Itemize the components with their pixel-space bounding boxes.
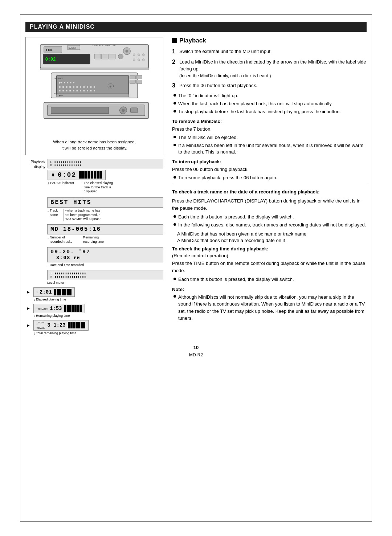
svg-point-38 (122, 109, 125, 112)
total-label: Total remaining playing time (36, 331, 77, 335)
display-date: 09.20. '97 8:08 PM ↓ Date and time recor… (25, 247, 163, 267)
svg-rect-32 (57, 93, 129, 97)
svg-rect-20 (40, 68, 148, 70)
check-time-title: To check the playing time during playbac… (172, 246, 367, 251)
check-time-bullet-1: Each time this button is pressed, the di… (173, 276, 367, 283)
model-text: MD-R2 (189, 352, 203, 357)
bullet-dot (173, 144, 176, 146)
page-number: 10 (25, 345, 367, 350)
svg-text:▶■ ■ ■  ■ ■: ▶■ ■ ■ ■ ■ (59, 81, 75, 84)
bullet-text: If a MiniDisc has been left in the unit … (178, 142, 367, 155)
bullet-text: The ‘0 ’ indicator will light up. (178, 93, 238, 99)
svg-point-18 (138, 59, 140, 61)
svg-text:■  ▶▶: ■ ▶▶ (46, 48, 53, 52)
svg-rect-11 (102, 54, 108, 59)
date-annot-text: Date and time recorded (50, 263, 84, 267)
track-name-annots: ↓ Trackname ⌐when a track name hasnot be… (47, 209, 163, 221)
svg-text:▶ ■: ▶ ■ (59, 94, 63, 97)
section-divider (172, 185, 367, 185)
playback-title: Playback (172, 37, 367, 44)
svg-rect-30 (136, 80, 142, 83)
interrupt-bullet-1: To resume playback, press the 06 button … (173, 175, 367, 181)
svg-rect-36 (51, 107, 109, 114)
elapsed-label: Elapsed playing time (36, 298, 66, 301)
subsection-interrupt-bullets: To resume playback, press the 06 button … (173, 175, 367, 181)
border-bottom (20, 521, 372, 521)
note-bullets: Although MiniDiscs will not normally ski… (173, 294, 367, 322)
border-right (372, 15, 372, 521)
bullet-text: To resume playback, press the 06 button … (178, 175, 277, 181)
step-3-num: 3 (172, 82, 178, 90)
recording-annots: ↓ Number ofrecorded tracks Remainingreco… (47, 236, 163, 244)
right-column: Playback 1 Switch the external unit to t… (172, 37, 367, 325)
display-remaining: ▶ i REMAIN 1:53 (25, 304, 163, 318)
svg-text:DISPLAY: DISPLAY (54, 77, 63, 79)
svg-point-14 (133, 54, 135, 56)
svg-rect-13 (118, 54, 123, 59)
display-label-playback: Playbackdisplay (25, 159, 45, 194)
step-2-num: 2 (172, 58, 178, 66)
check-track-bullet-2: In the following cases, disc names, trac… (173, 222, 367, 228)
subsection-interrupt-title: To interrupt playback: (172, 159, 367, 164)
bullet-dot (173, 223, 176, 226)
check-track-title: To check a track name or the date of a r… (172, 189, 367, 195)
subsection-remove-title: To remove a MiniDisc: (172, 119, 367, 124)
svg-rect-39 (130, 108, 138, 113)
date-display-line1: 09.20. '97 (50, 249, 160, 255)
note-label: Note: (172, 287, 184, 292)
check-track-note-2: A MiniDisc that does not have a recordin… (177, 238, 367, 243)
section-header: PLAYING A MINIDISC (25, 22, 367, 32)
svg-text:■ ■ ■ ■ ■ ■ ■ ■ ■ ■ ■: ■ ■ ■ ■ ■ ■ ■ ■ ■ ■ ■ (59, 89, 95, 92)
step-1-num: 1 (172, 48, 178, 56)
bullet-text: Each time this button is pressed, the di… (178, 214, 294, 220)
bullet-text: To stop playback before the last track h… (178, 109, 341, 115)
subsection-interrupt-intro: Press the 06 button during playback. (172, 166, 367, 173)
step-3-bullet-3: To stop playback before the last track h… (173, 109, 367, 115)
step-2-text: Load a MiniDisc in the direction indicat… (179, 59, 366, 72)
check-track-note-1: A MiniDisc that has not been given a dis… (177, 231, 367, 237)
svg-text:EJECT: EJECT (68, 46, 77, 49)
svg-point-16 (142, 54, 144, 56)
bullet-dot (173, 295, 176, 298)
bullet-dot (173, 215, 176, 218)
note-section: Note: Although MiniDiscs will not normal… (172, 287, 367, 322)
step-2: 2 Load a MiniDisc in the direction indic… (172, 58, 367, 79)
device-caption: When a long track name has been assigned… (29, 139, 159, 152)
title-square-icon (172, 38, 177, 43)
display-level-meter: L ▮▮▮▮▮▮▮▮▮▮▮▮▮▮▮ R ▮▮▮▮▮▮▮▮▮▮▮▮▮▮▮ Leve… (25, 270, 163, 285)
check-time-bullets: Each time this button is pressed, the di… (173, 276, 367, 283)
svg-text:⊙: ⊙ (109, 85, 112, 88)
step-3-bullet-1: The ‘0 ’ indicator will light up. (173, 93, 367, 99)
step-3: 3 Press the 06 button to start playback. (172, 82, 367, 90)
recording-info-display: MD 18-005:16 (50, 226, 160, 233)
display-recording-info: MD 18-005:16 ↓ Number ofrecorded tracks … (25, 224, 163, 244)
svg-point-17 (133, 59, 135, 61)
svg-rect-29 (136, 75, 142, 79)
bullet-text: Each time this button is pressed, the di… (178, 276, 294, 283)
step-1: 1 Switch the external unit to the MD uni… (172, 48, 367, 56)
bullet-text: The MiniDisc will be ejected. (178, 134, 238, 141)
remaining-label: Remaining playing time (36, 314, 70, 318)
subsection-remove-intro: Press the 7 button. (172, 126, 367, 133)
bullet-text: In the following cases, disc names, trac… (178, 222, 366, 228)
check-track-bullets: Each time this button is pressed, the di… (173, 214, 367, 228)
bullet-dot (173, 176, 176, 179)
step-2-sub: (Insert the MiniDisc firmly, until a cli… (179, 73, 271, 78)
main-content: ■ ▶▶ EJECT DISPLAY/CHARACTER 0:02 (25, 37, 367, 337)
step-1-text: Switch the external unit to the MD unit … (179, 48, 271, 55)
svg-point-7 (126, 50, 128, 53)
date-annot: ↓ Date and time recorded (47, 263, 163, 267)
svg-rect-10 (94, 54, 101, 59)
border-top (20, 15, 372, 15)
svg-rect-12 (109, 54, 115, 59)
page-footer: MD-R2 (25, 352, 367, 357)
display-section: Playbackdisplay L ▮▮▮▮▮▮▮▮▮▮▮▮▮ R ▮▮▮▮▮▮… (25, 159, 163, 335)
subsection-remove-bullets: The MiniDisc will be ejected. If a MiniD… (173, 134, 367, 156)
step-3-text: Press the 06 button to start playback. (179, 82, 257, 89)
remaining-display: 1:53 (50, 306, 62, 311)
elapsed-display: 2:01 (40, 289, 52, 295)
page-number-text: 10 (193, 345, 199, 350)
bullet-dot (173, 136, 176, 138)
step-3-bullets: The ‘0 ’ indicator will light up. When t… (173, 93, 367, 115)
track-name-display: BEST HITS (50, 199, 160, 206)
